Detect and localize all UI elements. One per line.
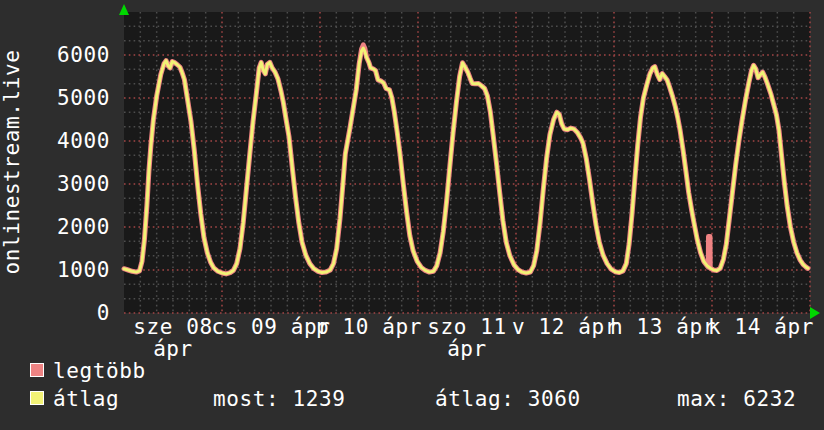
stat-max: max: 6232 (677, 388, 796, 410)
y-tick-label: 5000 (0, 87, 110, 109)
stat-atlag: átlag: 3060 (435, 388, 581, 410)
y-tick-label: 2000 (0, 216, 110, 238)
legend-label-legtobb: legtöbb (53, 360, 146, 382)
legend-swatch-legtobb (30, 363, 44, 377)
legend-swatch-atlag (30, 391, 44, 405)
x-tick-label: k 14 ápr (695, 316, 824, 338)
rrdtool-graph: onlinestream.live 0100020003000400050006… (0, 0, 824, 430)
y-axis-arrow-icon (119, 4, 129, 15)
y-tick-label: 0 (0, 302, 110, 324)
y-tick-label: 1000 (0, 259, 110, 281)
y-tick-label: 6000 (0, 44, 110, 66)
y-tick-label: 3000 (0, 173, 110, 195)
stat-most: most: 1239 (213, 388, 345, 410)
legend-label-atlag: átlag (53, 388, 119, 410)
y-tick-label: 4000 (0, 130, 110, 152)
